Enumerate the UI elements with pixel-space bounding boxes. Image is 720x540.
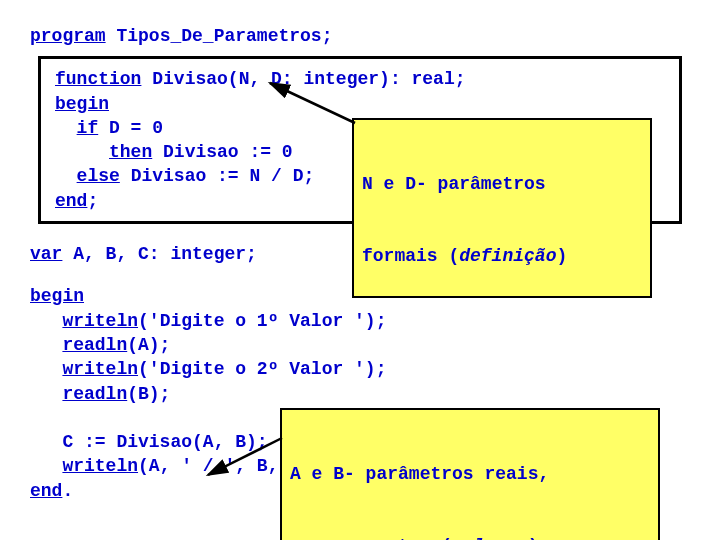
func-line-1: function Divisao(N, D: integer): real; [55,67,665,91]
main-writeln-2: writeln('Digite o 2º Valor '); [30,357,690,381]
program-header: program Tipos_De_Parametros; [30,24,690,48]
callout-formal-params: N e D- parâmetros formais (definição) [352,118,652,298]
kw-program: program [30,26,106,46]
callout-real-params: A e B- parâmetros reais, ou argumentos (… [280,408,660,540]
main-writeln-1: writeln('Digite o 1º Valor '); [30,309,690,333]
main-readln-1: readln(A); [30,333,690,357]
program-name: Tipos_De_Parametros; [106,26,333,46]
func-line-2: begin [55,92,665,116]
main-readln-2: readln(B); [30,382,690,406]
